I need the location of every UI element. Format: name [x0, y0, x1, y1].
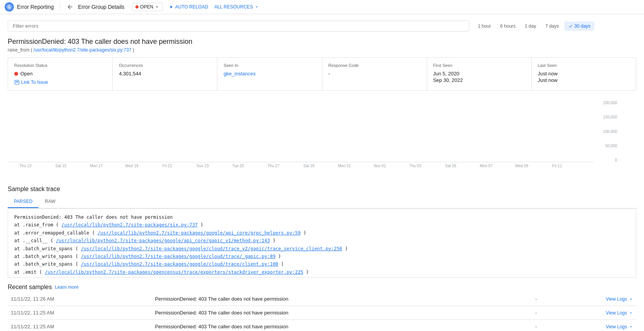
learn-more-link[interactable]: Learn more [55, 284, 78, 290]
app-logo: G [5, 2, 14, 12]
error-subtitle: raise_from ( /usr/local/lib/python2.7/si… [8, 47, 636, 53]
y-label-0: 0 [597, 158, 617, 162]
x-label-4: Fri 21 [150, 164, 185, 168]
time-30days[interactable]: 30 days [564, 22, 594, 31]
occurrences-chart: Thu 13Sat 15Mon 17Wed 19Fri 21Sun 23Tue … [8, 97, 636, 180]
error-title: PermissionDenied: 403 The caller does no… [8, 38, 636, 46]
view-logs-button-2[interactable]: View Logs [606, 324, 633, 329]
frame-6: at .batch_write_spans ( /usr/local/lib/p… [14, 260, 630, 268]
view-logs-button-1[interactable]: View Logs [606, 310, 633, 316]
x-label-6: Tue 25 [220, 164, 256, 168]
x-label-8: Sat 29 [291, 164, 327, 168]
frame-8-link[interactable]: /usr/local/lib/python2.7/site-packages/o… [67, 277, 292, 278]
occurrences-value: 4,301,544 [119, 71, 211, 77]
x-label-2: Mon 17 [78, 164, 114, 168]
frame-1-link[interactable]: /usr/local/lib/python2.7/site-packages/s… [62, 222, 198, 228]
tab-raw[interactable]: RAW [38, 196, 62, 208]
sample-row-0: 11/11/22, 11:26 AM PermissionDenied: 403… [8, 292, 636, 306]
chevron-down-icon-2 [254, 5, 259, 9]
time-7days[interactable]: 7 days [541, 22, 562, 31]
chart-bars [8, 101, 594, 162]
sample-viewlogs-1: View Logs [547, 306, 636, 320]
response-code-value: - [329, 71, 420, 77]
header-divider [60, 3, 60, 11]
header-actions: OPEN AUTO RELOAD ALL RESOURCES [132, 3, 259, 11]
frame-7: at .emit ( /usr/local/lib/python2.7/site… [14, 268, 630, 276]
y-label-150k: 150,000 [597, 115, 617, 119]
first-seen-date1: Jun 5, 2020 [433, 71, 525, 77]
response-code-label: Response Code [329, 63, 420, 68]
auto-reload-button[interactable]: AUTO RELOAD [169, 4, 208, 10]
sample-viewlogs-0: View Logs [547, 292, 636, 306]
frame-7-link[interactable]: /usr/local/lib/python2.7/site-packages/o… [45, 269, 303, 275]
filter-bar: 1 hour 6 hours 1 day 7 days 30 days [8, 20, 636, 32]
frame-2: at .error_remapped_callable ( /usr/local… [14, 229, 630, 237]
sample-timestamp-0: 11/11/22, 11:26 AM [8, 292, 152, 306]
frame-4-link[interactable]: /usr/local/lib/python2.7/site-packages/g… [81, 246, 342, 251]
info-card-resolution: Resolution Status Open Link To Issue [8, 58, 113, 90]
recent-samples-header: Recent samples Learn more [8, 284, 636, 291]
frame-6-link[interactable]: /usr/local/lib/python2.7/site-packages/g… [81, 261, 278, 267]
resolution-label: Resolution Status [14, 63, 106, 68]
sample-message-2: PermissionDenied: 403 The caller does no… [152, 320, 526, 331]
stack-trace-tabs: PARSED RAW [8, 196, 636, 208]
frame-1: at .raise_from ( /usr/local/lib/python2.… [14, 221, 630, 229]
y-label-200k: 200,000 [597, 101, 617, 105]
seen-in-label: Seen In [224, 63, 315, 68]
filter-input[interactable] [8, 20, 469, 32]
stack-trace-title: Sample stack trace [8, 186, 636, 193]
x-label-11: Thu 03 [397, 164, 433, 168]
issue-link-icon [14, 80, 20, 85]
link-to-issue[interactable]: Link To Issue [14, 80, 106, 85]
chevron-down-icon-sample-0 [629, 297, 633, 301]
time-1hour[interactable]: 1 hour [474, 22, 495, 31]
sample-timestamp-2: 11/11/22, 11:25 AM [8, 320, 152, 331]
y-label-50k: 50,000 [597, 144, 617, 148]
subtitle-link[interactable]: /usr/local/lib/python2.7/site-packages/s… [33, 47, 131, 53]
first-seen-date2: Sep 30, 2022 [433, 77, 525, 83]
seen-in-value[interactable]: gke_instances [224, 71, 255, 77]
stack-header: PermissionDenied: 403 The caller does no… [14, 213, 630, 221]
page-title: Error Group Details [78, 4, 125, 10]
x-label-9: Mon 31 [327, 164, 362, 168]
check-icon [568, 24, 573, 28]
frame-3-link[interactable]: /usr/local/lib/python2.7/site-packages/g… [56, 238, 270, 243]
subtitle-suffix: ) [132, 47, 134, 53]
status-open: Open [14, 71, 106, 77]
view-logs-button-0[interactable]: View Logs [606, 296, 633, 302]
chevron-down-icon [155, 5, 159, 9]
link-to-issue-label: Link To Issue [21, 80, 48, 85]
frame-5-link[interactable]: /usr/local/lib/python2.7/site-packages/g… [81, 254, 275, 259]
status-open-text: Open [20, 71, 33, 77]
sample-dash-0: - [526, 292, 546, 306]
sample-row-2: 11/11/22, 11:25 AM PermissionDenied: 403… [8, 320, 636, 331]
time-6hours[interactable]: 6 hours [496, 22, 519, 31]
svg-text:G: G [8, 5, 11, 9]
last-seen-date1: Just now [538, 71, 630, 77]
x-label-15: Fri 11 [539, 164, 575, 168]
stack-trace-section: Sample stack trace PARSED RAW Permission… [8, 186, 636, 278]
status-dot-icon [135, 5, 138, 8]
sample-row-1: 11/11/22, 11:25 AM PermissionDenied: 403… [8, 306, 636, 320]
x-label-5: Sun 23 [185, 164, 220, 168]
sample-message-0: PermissionDenied: 403 The caller does no… [152, 292, 526, 306]
info-card-last-seen: Last Seen Just now Just now [532, 58, 636, 90]
frame-2-link[interactable]: /usr/local/lib/python2.7/site-packages/g… [98, 230, 300, 236]
x-label-7: Thu 27 [256, 164, 291, 168]
chevron-down-icon-sample-2 [629, 324, 633, 329]
open-status-icon [14, 72, 18, 76]
recent-samples-title: Recent samples [8, 284, 52, 291]
back-button[interactable] [65, 3, 75, 11]
tab-parsed[interactable]: PARSED [8, 196, 38, 208]
last-seen-date2: Just now [538, 77, 630, 83]
frame-3: at .__call__ ( /usr/local/lib/python2.7/… [14, 237, 630, 245]
chevron-down-icon-sample-1 [629, 311, 633, 315]
all-resources-button[interactable]: ALL RESOURCES [214, 4, 259, 10]
app-name: Error Reporting [17, 4, 54, 10]
x-label-13: Mon 07 [469, 164, 504, 168]
time-1day[interactable]: 1 day [521, 22, 540, 31]
status-button[interactable]: OPEN [132, 3, 163, 11]
chart-x-labels: Thu 13Sat 15Mon 17Wed 19Fri 21Sun 23Tue … [8, 164, 594, 168]
status-label: OPEN [140, 4, 153, 10]
x-label-3: Wed 19 [114, 164, 149, 168]
